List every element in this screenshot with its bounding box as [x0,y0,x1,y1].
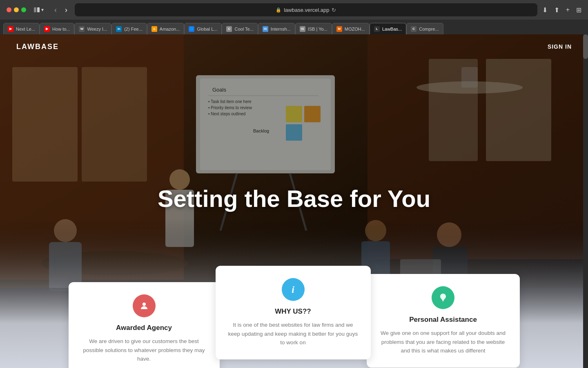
cards-section: Awarded Agency We are driven to give our… [0,254,588,368]
forward-button[interactable]: › [62,5,70,15]
nav-buttons: ‹ › [52,5,70,15]
share-icon[interactable]: ⬆ [554,6,559,14]
hero-section: Setting the Base for You [158,185,430,212]
hero-title: Setting the Base for You [158,185,430,212]
new-tab-icon[interactable]: + [566,6,570,13]
tab-internsh[interactable]: IS Internsh... [258,23,295,34]
tab-label: LawBas... [382,27,402,31]
tab-favicon-moz: M [336,26,342,32]
why-us-title: WHY US?? [228,307,359,316]
tab-label: How to... [52,27,70,31]
window-controls [7,7,26,12]
back-button[interactable]: ‹ [52,5,59,15]
card-personal-assistance: Personal Assistance We give one on one s… [367,274,520,368]
tab-favicon-youtube: ▶ [8,26,13,32]
reload-icon[interactable]: ↻ [332,7,336,13]
awarded-agency-text: We are driven to give our customers the … [81,337,207,364]
tab-label: Weezy I... [87,27,107,31]
tab-global[interactable]: 🌐 Global L... [184,23,222,34]
tab-favicon-lawbase: L [374,26,380,32]
tab-how-to[interactable]: ▶ How to... [40,23,74,34]
tab-label: ISB | Yo... [308,27,327,31]
tabs-bar: ▶ Next Le... ▶ How to... W Weezy I... in… [0,20,588,34]
tab-weezy[interactable]: W Weezy I... [74,23,111,34]
awarded-agency-title: Awarded Agency [81,324,207,332]
signin-button[interactable]: SIGN IN [548,43,572,50]
tab-label: Amazon... [160,27,180,31]
personal-assistance-title: Personal Assistance [379,316,508,324]
svg-point-37 [143,303,146,306]
tab-cool[interactable]: C Cool Te... [222,23,258,34]
tab-isb[interactable]: IS ISB | Yo... [295,23,332,34]
tab-linkedin[interactable]: in (2) Fee... [111,23,147,34]
svg-point-38 [442,295,444,298]
tab-favicon-gray: C [226,26,232,32]
tab-lawbase[interactable]: L LawBas... [370,23,406,34]
brand-logo: LAWBASE [16,43,59,51]
sidebar-toggle[interactable]: ▾ [33,7,44,13]
tab-favicon-comp: C [411,26,416,32]
tab-mozoh[interactable]: M MOZOH... [332,23,370,34]
why-us-text: It is one of the best websites for law f… [228,321,359,347]
maximize-window-button[interactable] [21,7,26,12]
tab-label: Compre... [419,27,439,31]
tab-label: Global L... [197,27,217,31]
tab-favicon-amazon: a [151,26,157,32]
close-window-button[interactable] [7,7,11,12]
browser-actions: ⬇ ⬆ + ⊞ [542,6,581,14]
tab-label: MOZOH... [345,27,365,31]
tab-label: Next Le... [16,27,35,31]
card-awarded-agency: Awarded Agency We are driven to give our… [69,282,220,368]
card-why-us: i WHY US?? It is one of the best website… [216,266,371,359]
tab-amazon[interactable]: a Amazon... [147,23,185,34]
tab-label: Cool Te... [234,27,253,31]
tab-grid-icon[interactable]: ⊞ [576,6,581,14]
tab-next-le[interactable]: ▶ Next Le... [3,23,40,34]
tab-label: (2) Fee... [124,27,143,31]
svg-rect-1 [37,7,40,12]
url-text: lawbase.vercel.app [284,7,329,13]
tab-compre[interactable]: C Compre... [406,23,443,34]
tab-favicon-isb: IS [300,26,305,32]
navbar: LAWBASE SIGN IN [0,34,588,59]
tab-favicon-globe: 🌐 [189,26,194,32]
svg-rect-0 [34,7,36,12]
tab-favicon-internsh: IS [263,26,268,32]
awarded-agency-icon [133,294,156,317]
download-icon[interactable]: ⬇ [542,6,548,14]
browser-titlebar: ▾ ‹ › 🔒 lawbase.vercel.app ↻ ⬇ ⬆ + ⊞ [0,0,588,20]
address-bar[interactable]: 🔒 lawbase.vercel.app ↻ [75,3,537,16]
tab-label: Internsh... [271,27,291,31]
tab-favicon-weezy: W [79,26,85,32]
tab-favicon-youtube2: ▶ [44,26,50,32]
personal-assistance-text: We give one on one support for all your … [379,329,508,355]
lock-icon: 🔒 [276,7,281,13]
tab-favicon-linkedin: in [116,26,122,32]
personal-assistance-icon [432,286,454,309]
website-content: Goals • Task list item one here • Priori… [0,34,588,368]
minimize-window-button[interactable] [14,7,19,12]
why-us-icon: i [282,278,305,301]
